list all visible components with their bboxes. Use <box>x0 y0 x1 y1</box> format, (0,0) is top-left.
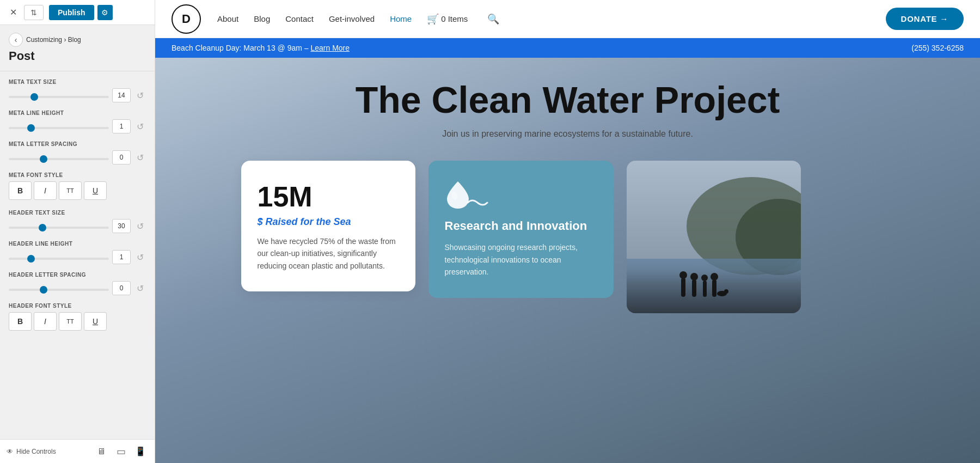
nav-get-involved[interactable]: Get-involved <box>329 14 375 23</box>
customizer-panel: ✕ ⇅ Publish ⚙ ‹ Customizing › Blog Post … <box>0 0 155 463</box>
header-text-size-value: 30 <box>112 219 131 233</box>
header-text-size-label: HEADER TEXT SIZE <box>9 210 146 216</box>
header-line-height-reset[interactable]: ↺ <box>134 251 146 263</box>
header-underline-button[interactable]: U <box>84 312 107 331</box>
nav-links: About Blog Contact Get-involved Home 🛒 0… <box>217 13 886 25</box>
card-blue-text: Showcasing ongoing research projects, te… <box>445 241 597 278</box>
cart-count: 0 Items <box>441 14 468 23</box>
header-line-height-row: 1 ↺ <box>9 250 146 264</box>
undo-redo-button[interactable]: ⇅ <box>24 5 44 20</box>
cart-icon: 🛒 <box>427 13 439 25</box>
header-font-style-group: B I TT U <box>9 312 146 331</box>
header-letter-spacing-value: 0 <box>112 281 131 295</box>
tablet-view-button[interactable]: ▭ <box>113 444 128 459</box>
meta-font-style-label: META FONT STYLE <box>9 172 146 178</box>
meta-underline-button[interactable]: U <box>84 181 107 200</box>
hero-section: The Clean Water Project Join us in prese… <box>155 58 980 463</box>
header-letter-spacing-row: 0 ↺ <box>9 281 146 295</box>
header-letter-spacing-label: HEADER LETTER SPACING <box>9 272 146 278</box>
announcement-bar: Beach Cleanup Day: March 13 @ 9am – Lear… <box>155 38 980 58</box>
card-text: We have recycled 75% of the waste from o… <box>258 235 399 272</box>
meta-letter-spacing-slider-container <box>9 153 109 162</box>
cards-row: 15M $ Raised for the Sea We have recycle… <box>241 161 895 313</box>
nav-about[interactable]: About <box>217 14 238 23</box>
settings-gear-button[interactable]: ⚙ <box>97 5 113 20</box>
card-blue-title: Research and Innovation <box>445 218 597 234</box>
header-line-height-slider[interactable] <box>9 258 109 260</box>
meta-text-size-label: META TEXT SIZE <box>9 79 146 85</box>
header-font-style-label: HEADER FONT STYLE <box>9 303 146 309</box>
meta-line-height-slider-container <box>9 121 109 131</box>
meta-text-size-row: 14 ↺ <box>9 88 146 102</box>
announcement-phone: (255) 352-6258 <box>911 44 964 52</box>
meta-letter-spacing-reset[interactable]: ↺ <box>134 151 146 163</box>
breadcrumb: ‹ Customizing › Blog <box>0 25 155 49</box>
meta-line-height-row: 1 ↺ <box>9 119 146 133</box>
eye-icon: 👁 <box>7 448 13 455</box>
top-bar: ✕ ⇅ Publish ⚙ <box>0 0 155 25</box>
header-text-size-reset[interactable]: ↺ <box>134 220 146 232</box>
card-image <box>627 161 801 313</box>
meta-font-style-group: B I TT U <box>9 181 146 200</box>
meta-allcaps-button[interactable]: TT <box>59 181 82 200</box>
meta-text-size-value: 14 <box>112 88 131 102</box>
site-logo: D <box>171 4 201 34</box>
publish-button[interactable]: Publish <box>49 5 94 20</box>
header-letter-spacing-slider-container <box>9 283 109 293</box>
header-italic-button[interactable]: I <box>34 312 57 331</box>
meta-letter-spacing-label: META LETTER SPACING <box>9 141 146 147</box>
card-number: 15M <box>258 180 399 213</box>
card-raised: 15M $ Raised for the Sea We have recycle… <box>241 161 415 291</box>
header-line-height-label: HEADER LINE HEIGHT <box>9 241 146 247</box>
learn-more-link[interactable]: Learn More <box>310 44 350 52</box>
bottom-bar: 👁 Hide Controls 🖥 ▭ 📱 <box>0 439 155 463</box>
nav-home[interactable]: Home <box>390 14 412 23</box>
header-line-height-value: 1 <box>112 250 131 264</box>
breadcrumb-path: Customizing › Blog <box>26 36 81 44</box>
card-image-overlay <box>627 270 801 313</box>
site-navigation: D About Blog Contact Get-involved Home 🛒… <box>155 0 980 38</box>
header-bold-button[interactable]: B <box>9 312 32 331</box>
header-text-size-slider[interactable] <box>9 227 109 229</box>
header-letter-spacing-reset[interactable]: ↺ <box>134 282 146 294</box>
controls-area: META TEXT SIZE 14 ↺ META LINE HEIGHT 1 ↺… <box>0 71 155 439</box>
cart-button[interactable]: 🛒 0 Items <box>427 13 468 25</box>
nav-blog[interactable]: Blog <box>254 14 270 23</box>
hide-controls-button[interactable]: 👁 Hide Controls <box>7 448 56 455</box>
meta-text-size-reset[interactable]: ↺ <box>134 89 146 101</box>
meta-bold-button[interactable]: B <box>9 181 32 200</box>
meta-line-height-reset[interactable]: ↺ <box>134 120 146 132</box>
back-button[interactable]: ‹ <box>9 33 23 47</box>
mobile-view-button[interactable]: 📱 <box>133 444 148 459</box>
water-drop-icon <box>445 180 597 210</box>
hero-title: The Clean Water Project <box>356 80 780 120</box>
search-button[interactable]: 🔍 <box>487 13 499 25</box>
card-highlight: $ Raised for the Sea <box>258 216 399 228</box>
header-text-size-row: 30 ↺ <box>9 219 146 233</box>
desktop-view-button[interactable]: 🖥 <box>94 444 109 459</box>
meta-letter-spacing-slider[interactable] <box>9 158 109 160</box>
announcement-text: Beach Cleanup Day: March 13 @ 9am – Lear… <box>171 44 350 52</box>
header-letter-spacing-slider[interactable] <box>9 289 109 291</box>
meta-line-height-label: META LINE HEIGHT <box>9 110 146 116</box>
meta-line-height-value: 1 <box>112 119 131 133</box>
meta-italic-button[interactable]: I <box>34 181 57 200</box>
header-line-height-slider-container <box>9 252 109 262</box>
nav-contact[interactable]: Contact <box>285 14 314 23</box>
hero-subtitle: Join us in preserving marine ecosystems … <box>442 129 693 139</box>
close-button[interactable]: ✕ <box>5 5 21 20</box>
header-text-size-slider-container <box>9 221 109 231</box>
donate-button[interactable]: DONATE → <box>886 8 964 30</box>
main-content: D About Blog Contact Get-involved Home 🛒… <box>155 0 980 463</box>
meta-text-size-slider-container <box>9 90 109 100</box>
panel-title: Post <box>0 49 155 71</box>
card-research: Research and Innovation Showcasing ongoi… <box>428 161 614 298</box>
header-allcaps-button[interactable]: TT <box>59 312 82 331</box>
meta-letter-spacing-row: 0 ↺ <box>9 150 146 165</box>
meta-letter-spacing-value: 0 <box>112 150 131 165</box>
meta-line-height-slider[interactable] <box>9 127 109 129</box>
hide-controls-label: Hide Controls <box>16 448 56 455</box>
meta-text-size-slider[interactable] <box>9 96 109 98</box>
